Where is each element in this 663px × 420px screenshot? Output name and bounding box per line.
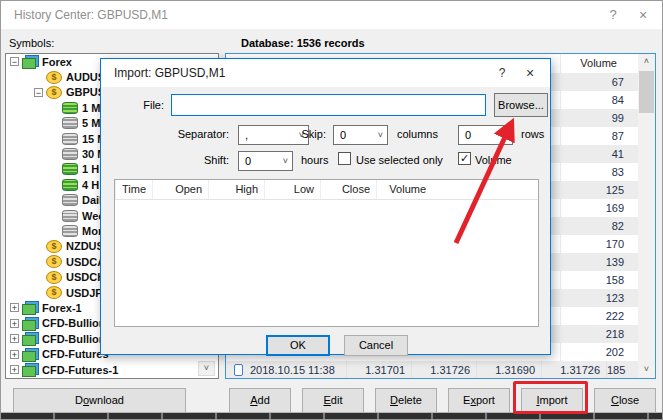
tree-item-label: 5 M	[82, 117, 100, 129]
tree-item-icon	[62, 179, 78, 191]
edit-button[interactable]: Edit	[302, 388, 364, 413]
bar-checkbox-icon[interactable]	[226, 361, 250, 379]
open-cell: 1.31701	[346, 361, 411, 379]
tree-expander-icon[interactable]: +	[10, 303, 19, 312]
table-row-visible[interactable]: 2018.10.15 11:38 1.31701 1.31726 1.31690…	[226, 361, 655, 379]
tree-expander-icon[interactable]: +	[10, 365, 19, 374]
time-cell: 2018.10.15 11:38	[250, 361, 346, 379]
tree-expander-icon[interactable]: −	[34, 88, 43, 97]
file-label: File:	[131, 99, 164, 111]
tree-item-icon	[62, 194, 78, 206]
chevron-down-icon: ˅	[503, 127, 508, 143]
import-preview-table: TimeOpenHighLowCloseVolume	[114, 179, 539, 327]
chevron-down-icon: ˅	[378, 127, 383, 143]
tree-item-icon	[22, 301, 38, 314]
file-input[interactable]	[171, 94, 486, 116]
tree-item-icon	[62, 210, 78, 222]
delete-button[interactable]: Delete	[375, 388, 437, 413]
skip-label: Skip:	[281, 128, 326, 140]
tree-item-icon	[22, 363, 38, 376]
close-button[interactable]: Close	[594, 388, 656, 413]
separator-label: Separator:	[149, 128, 229, 140]
tree-item-icon: $	[46, 240, 62, 253]
tree-item-label: 1 H	[82, 163, 99, 175]
tree-item[interactable]: + CFD-Futures-1	[6, 362, 218, 377]
help-button[interactable]: ?	[602, 5, 624, 25]
tree-item-icon	[62, 117, 78, 129]
volume-checkbox[interactable]: ✓	[458, 152, 471, 165]
tree-item-label: Forex	[42, 56, 72, 68]
tree-item-label: CFD-Futures-1	[42, 364, 118, 376]
column-header: Time	[115, 180, 152, 199]
tree-item-icon	[62, 163, 78, 175]
symbols-label: Symbols:	[9, 37, 54, 49]
rows-label: rows	[521, 128, 544, 140]
use-selected-only-label: Use selected only	[356, 154, 443, 166]
download-button[interactable]: Download	[13, 388, 186, 413]
hours-label: hours	[301, 154, 329, 166]
skip-columns-select[interactable]: 0˅	[333, 125, 388, 145]
tree-expander-icon[interactable]: +	[10, 334, 19, 343]
dialog-titlebar: Import: GBPUSD,M1 ? ×	[101, 59, 550, 87]
use-selected-only-checkbox[interactable]	[338, 152, 351, 165]
tree-item-icon	[22, 317, 38, 330]
tree-item-icon: $	[46, 286, 62, 299]
tree-expander-icon[interactable]: −	[10, 57, 19, 66]
scroll-up-icon[interactable]: ˄	[638, 54, 655, 70]
tree-item-icon: $	[46, 255, 62, 268]
chevron-down-icon: ˅	[283, 153, 288, 169]
volume-column-header: Volume	[580, 54, 617, 73]
add-button[interactable]: Add	[229, 388, 291, 413]
column-header: Open	[152, 180, 208, 199]
window-title: History Center: GBPUSD,M1	[14, 8, 168, 22]
column-header: High	[208, 180, 264, 199]
export-button[interactable]: Export	[448, 388, 510, 413]
dialog-help-button[interactable]: ?	[492, 63, 512, 83]
tree-item-icon	[62, 148, 78, 160]
tree-item-label: 1 M	[82, 102, 100, 114]
window-titlebar: History Center: GBPUSD,M1 ? ×	[1, 1, 662, 29]
shift-label: Shift:	[181, 154, 229, 166]
tree-scroll-down-icon[interactable]: ˅	[198, 361, 215, 376]
tree-item-label: 4 H	[82, 179, 99, 191]
shift-select[interactable]: 0˅	[238, 151, 293, 171]
columns-label: columns	[397, 128, 438, 140]
ok-button[interactable]: OK	[266, 335, 330, 356]
scrollbar-thumb[interactable]	[639, 71, 654, 113]
browse-button[interactable]: Browse...	[494, 93, 548, 117]
import-table-header: TimeOpenHighLowCloseVolume	[115, 180, 538, 200]
column-header: Low	[264, 180, 320, 199]
tree-item-icon: $	[46, 86, 62, 99]
dialog-close-icon[interactable]: ×	[520, 63, 540, 83]
tree-expander-icon[interactable]: +	[10, 319, 19, 328]
tree-item-icon	[62, 225, 78, 237]
tree-item-label: CFD-Bullion	[42, 317, 106, 329]
tree-item-label: Forex-1	[42, 302, 82, 314]
database-records-label: Database: 1536 records	[241, 37, 365, 49]
table-scrollbar[interactable]: ˄ ˅	[638, 54, 655, 378]
column-header: Volume	[376, 180, 432, 199]
tree-item-icon	[22, 332, 38, 345]
column-header: Close	[320, 180, 376, 199]
check-icon: ✓	[460, 152, 469, 164]
volume-checkbox-label: Volume	[475, 154, 512, 166]
close-cell: 1.31726	[541, 361, 606, 379]
tree-item-icon	[22, 348, 38, 361]
scroll-down-icon[interactable]: ˅	[638, 362, 655, 378]
low-cell: 1.31690	[476, 361, 541, 379]
high-cell: 1.31726	[411, 361, 476, 379]
close-window-icon[interactable]: ×	[632, 5, 654, 25]
skip-rows-select[interactable]: 0˅	[458, 125, 513, 145]
tree-item-icon: $	[46, 71, 62, 84]
tree-item-label: CFD-Futures	[42, 348, 109, 360]
tree-item-icon: $	[46, 271, 62, 284]
tree-expander-icon[interactable]: +	[10, 350, 19, 359]
tree-item-icon	[22, 55, 38, 68]
tree-item-icon	[62, 133, 78, 145]
tree-item-icon	[62, 102, 78, 114]
annotation-import-highlight	[513, 381, 588, 414]
import-dialog: Import: GBPUSD,M1 ? × File: Browse... Se…	[100, 58, 551, 355]
dialog-title: Import: GBPUSD,M1	[114, 66, 225, 80]
cancel-button[interactable]: Cancel	[344, 335, 408, 356]
